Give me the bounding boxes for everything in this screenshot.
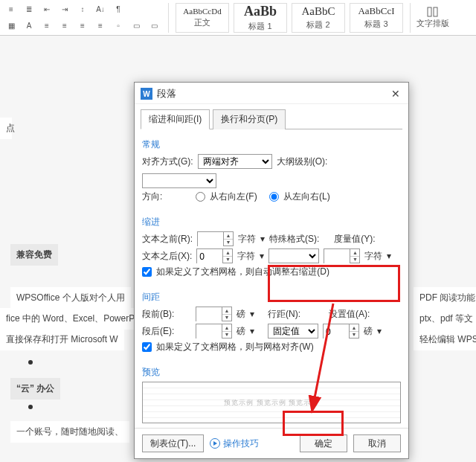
unit-pound: 磅 (237, 325, 245, 338)
section-preview: 预览 预览示例 预览示例 预览示例 (135, 357, 408, 428)
section-title-spacing: 间距 (142, 291, 401, 304)
doc-text: PDF 阅读功能 (414, 287, 476, 309)
dialog-footer: 制表位(T)... 操作技巧 确定 取消 (135, 428, 408, 458)
align-center-icon[interactable]: ≡ (57, 19, 73, 33)
tips-label: 操作技巧 (223, 437, 259, 450)
style-label: 标题 1 (248, 21, 271, 32)
doc-text: 一个账号，随时随地阅读、 (10, 421, 129, 443)
style-heading3[interactable]: AaBbCcI 标题 3 (350, 3, 403, 33)
outline-label: 大纲级别(O): (277, 155, 328, 168)
sort-icon[interactable]: A↓ (92, 2, 109, 17)
space-before-label: 段前(B): (142, 308, 191, 321)
indent-after-spinner[interactable]: ▲▼ (196, 248, 233, 263)
section-title-preview: 预览 (142, 366, 401, 379)
style-sample: AaBbCcDd (183, 7, 221, 16)
tabstops-button[interactable]: 制表位(T)... (142, 434, 204, 452)
ok-button[interactable]: 确定 (300, 434, 347, 452)
direction-rtl-radio[interactable]: 从右向左(F) (196, 190, 257, 203)
special-select[interactable] (268, 248, 319, 263)
space-before-spinner[interactable]: ▲▼ (196, 307, 232, 321)
dialog-title: 段落 (157, 87, 385, 100)
doc-text: 直接保存和打开 Microsoft W (0, 329, 124, 350)
auto-indent-checkbox[interactable]: 如果定义了文档网格，则自动调整右缩进(D) (142, 266, 329, 278)
style-label: 标题 2 (306, 19, 329, 31)
tips-link[interactable]: 操作技巧 (210, 437, 259, 450)
set-value-label: 设置值(A): (329, 308, 370, 321)
style-label: 正文 (194, 17, 210, 28)
doc-hint: 点 (0, 118, 12, 139)
doc-bullet (22, 356, 39, 369)
ribbon-separator (168, 3, 169, 33)
doc-text: fice 中的 Word、Excel、PowerP (0, 308, 141, 330)
style-label: 标题 3 (364, 19, 387, 30)
doc-text: WPSOffice 个人版对个人用 (10, 287, 131, 309)
ribbon: ≡ ≣ ⇤ ⇥ ↕ A↓ ¶ ▦ A ≡ ≡ ≡ ≡ ▫ ▭ ▭ AaBbCcD… (0, 0, 476, 36)
table-icon[interactable]: ▦ (3, 19, 19, 33)
doc-text: ptx、pdf 等文 (414, 308, 476, 330)
unit-pound: 磅 (237, 308, 245, 321)
ribbon-paragraph-icons: ≡ ≣ ⇤ ⇥ ↕ A↓ ¶ ▦ A ≡ ≡ ≡ ≡ ▫ ▭ ▭ (3, 2, 162, 33)
indent-before-label: 文本之前(R): (142, 233, 193, 246)
space-after-label: 段后(E): (142, 325, 191, 338)
section-indent: 缩进 文本之前(R): ▲▼ 字符▾ 特殊格式(S): 度量值(Y): 文本之后… (135, 207, 408, 282)
section-general: 常规 对齐方式(G): 两端对齐 大纲级别(O): 方向: 从右向左(F) 从左… (135, 129, 408, 207)
unit-chars: 字符 (364, 250, 382, 263)
dialog-tabs: 缩进和间距(I) 换行和分页(P) (135, 104, 408, 129)
snap-grid-checkbox[interactable]: 如果定义了文档网格，则与网格对齐(W) (142, 341, 314, 353)
line-spacing-icon[interactable]: ↕ (74, 2, 91, 17)
unit-chars: 字符 (237, 250, 255, 263)
align-select[interactable]: 两端对齐 (198, 154, 272, 169)
dialog-titlebar: W 段落 ✕ (135, 83, 408, 104)
doc-heading: “云” 办公 (10, 378, 60, 400)
doc-bullet (22, 400, 39, 414)
increase-indent-icon[interactable]: ⇥ (57, 2, 73, 17)
paragraph-dialog: W 段落 ✕ 缩进和间距(I) 换行和分页(P) 常规 对齐方式(G): 两端对… (134, 82, 409, 459)
line-spacing-label: 行距(N): (268, 308, 300, 321)
special-label: 特殊格式(S): (269, 233, 319, 246)
preview-box: 预览示例 预览示例 预览示例 (142, 382, 401, 423)
align-right-icon[interactable]: ≡ (74, 19, 91, 33)
svg-rect-0 (428, 7, 431, 16)
direction-label: 方向: (142, 190, 191, 203)
style-sample: AaBbCcI (358, 5, 394, 17)
svg-rect-1 (434, 7, 437, 16)
color-a-icon[interactable]: A (21, 19, 37, 33)
style-heading1[interactable]: AaBb 标题 1 (234, 3, 287, 33)
outline-select[interactable] (142, 173, 216, 188)
style-sample: AaBbC (302, 5, 335, 18)
align-left-icon[interactable]: ≡ (39, 19, 55, 33)
doc-heading: 兼容免费 (10, 244, 58, 266)
section-title-indent: 缩进 (142, 216, 401, 228)
shading-icon[interactable]: ▭ (128, 19, 144, 33)
by-spinner[interactable]: ▲▼ (324, 248, 360, 263)
tab-pagination[interactable]: 换行和分页(P) (213, 109, 286, 129)
doc-text: 轻松编辑 WPS (414, 329, 476, 350)
play-icon (210, 438, 220, 449)
set-value-spinner[interactable]: ▲▼ (323, 324, 359, 339)
close-icon[interactable]: ✕ (389, 87, 402, 100)
style-normal[interactable]: AaBbCcDd 正文 (176, 3, 229, 33)
tab-indent-spacing[interactable]: 缩进和间距(I) (141, 109, 210, 129)
app-icon: W (141, 88, 152, 100)
section-spacing: 间距 段前(B): ▲▼ 磅▾ 行距(N): 设置值(A): 段后(E): ▲▼… (135, 282, 408, 357)
style-heading2[interactable]: AaBbC 标题 2 (292, 3, 345, 33)
text-layout-button[interactable]: 文字排版 (416, 6, 449, 29)
align-label: 对齐方式(G): (142, 155, 193, 168)
indent-before-spinner[interactable]: ▲▼ (197, 231, 234, 246)
justify-icon[interactable]: ≡ (92, 19, 109, 33)
cancel-button[interactable]: 取消 (353, 434, 401, 452)
numbering-icon[interactable]: ≣ (21, 2, 37, 17)
line-spacing-select[interactable]: 固定值 (268, 324, 318, 339)
bullets-icon[interactable]: ≡ (3, 2, 19, 17)
text-layout-label: 文字排版 (416, 18, 449, 29)
decrease-indent-icon[interactable]: ⇤ (39, 2, 55, 17)
by-label: 度量值(Y): (334, 233, 375, 246)
border-icon[interactable]: ▭ (146, 19, 162, 33)
paragraph-dialog-icon[interactable]: ▫ (110, 19, 126, 33)
unit-chars: 字符 (238, 233, 256, 246)
style-sample: AaBb (244, 4, 277, 19)
show-marks-icon[interactable]: ¶ (110, 2, 126, 17)
space-after-spinner[interactable]: ▲▼ (196, 324, 232, 339)
direction-ltr-radio[interactable]: 从左向右(L) (269, 190, 330, 203)
ribbon-separator (410, 3, 411, 33)
